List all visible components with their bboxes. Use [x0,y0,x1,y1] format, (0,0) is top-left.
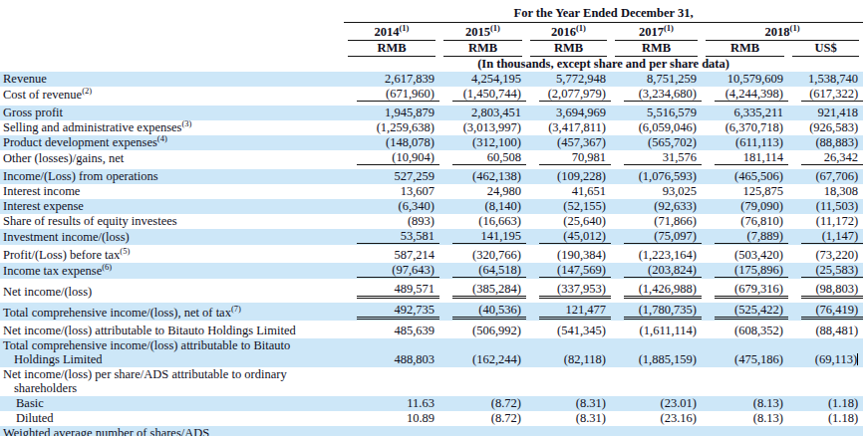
footnote-marker: (3) [181,117,191,127]
cell-value [788,426,863,436]
row-label: Profit/(Loss) before tax(5) [0,246,344,263]
row-label: Total comprehensive income/(loss) attrib… [0,338,344,367]
table-row: Income/(Loss) from operations527,259(462… [0,167,863,184]
table-title: For the Year Ended December 31, [344,6,863,23]
cell-value: (671,960) [344,87,439,105]
cell-value: 921,418 [788,104,863,120]
cell-value: 24,980 [439,184,526,199]
cell-value [344,426,439,436]
header-spacer [0,6,344,23]
cell-value: 5,516,579 [611,104,702,120]
header-spacer [0,57,344,72]
units-note: (In thousands, except share and per shar… [344,57,863,72]
year-header-2014: 2014(1) [344,23,439,41]
cell-value: (76,810) [702,214,788,229]
cell-value: 6,335,211 [702,104,788,120]
table-row: Profit/(Loss) before tax(5)587,214(320,7… [0,246,863,263]
cell-value: 527,259 [344,167,439,184]
cell-value: (8,140) [439,199,526,214]
cell-value: (1,450,744) [439,87,526,105]
cell-value: (465,506) [702,167,788,184]
footnote-marker: (1) [576,22,586,32]
row-label: Cost of revenue(2) [0,87,344,105]
table-row: Interest expense(6,340)(8,140)(52,155)(9… [0,199,863,214]
footnote-marker: (4) [157,132,167,142]
cell-value: (148,078) [344,135,439,150]
cell-value: (3,234,680) [611,87,702,105]
cell-value: (525,422) [702,301,788,322]
cell-value: (11,503) [788,199,863,214]
cell-value: 1,538,740 [788,72,863,87]
table-row: Gross profit1,945,8792,803,4513,694,9695… [0,104,863,120]
cell-value [702,367,788,396]
cell-value: (203,824) [611,263,702,281]
row-label: Investment income/(loss) [0,229,344,247]
currency-header-row: RMB RMB RMB RMB RMB US$ [0,41,863,57]
cell-value: (1.18) [788,411,863,426]
cell-value: 60,508 [439,150,526,168]
cell-value: (8.13) [702,396,788,411]
cell-value: (45,012) [526,229,611,247]
cell-value: (6,340) [344,199,439,214]
cell-value: (1,885,159) [611,338,702,367]
cell-value: (52,155) [526,199,611,214]
year-label: 2015 [465,25,490,39]
footnote-marker: (1) [664,22,674,32]
units-note-row: (In thousands, except share and per shar… [0,57,863,72]
cell-value [344,367,439,396]
cell-value: (8.72) [439,396,526,411]
text-cursor [857,353,858,365]
row-label: Income tax expense(6) [0,263,344,281]
currency-header: RMB [344,41,439,57]
year-header-2016: 2016(1) [526,23,611,41]
cell-value: (25,640) [526,214,611,229]
cell-value: (475,186) [702,338,788,367]
cell-value: 13,607 [344,184,439,199]
row-label: Interest income [0,184,344,199]
table-row: Diluted10.89(8.72)(8.31)(23.16)(8.13)(1.… [0,411,863,426]
cell-value: (25,583) [788,263,863,281]
cell-value: (1,223,164) [611,246,702,263]
cell-value: (1,076,593) [611,167,702,184]
cell-value: 70,981 [526,150,611,168]
row-label: Share of results of equity investees [0,214,344,229]
cell-value: 41,651 [526,184,611,199]
table-body: Revenue2,617,8394,254,1955,772,9488,751,… [0,72,863,436]
footnote-marker: (2) [82,85,92,95]
income-statement-table: For the Year Ended December 31, 2014(1) … [0,6,863,436]
cell-value: (3,417,811) [526,120,611,135]
row-label: Net income/(loss) [0,280,344,301]
cell-value: (69,113) [788,338,863,367]
row-label: Gross profit [0,104,344,120]
cell-value: 53,581 [344,229,439,247]
cell-value: 181,114 [702,150,788,168]
cell-value: 4,254,195 [439,72,526,87]
cell-value: (147,569) [526,263,611,281]
cell-value [611,426,702,436]
table-row: Net income/(loss) attributable to Bitaut… [0,322,863,338]
cell-value: (11,172) [788,214,863,229]
cell-value: (8.13) [702,411,788,426]
currency-header: RMB [702,41,788,57]
cell-value: 1,945,879 [344,104,439,120]
cell-value: 141,195 [439,229,526,247]
cell-value: (337,953) [526,280,611,301]
cell-value: 93,025 [611,184,702,199]
header-spacer [0,41,344,57]
cell-value: (8.72) [439,411,526,426]
currency-header: US$ [788,41,863,57]
cell-value: 3,694,969 [526,104,611,120]
table-row: Cost of revenue(2)(671,960)(1,450,744)(2… [0,87,863,105]
table-row: Net income/(loss)489,571(385,284)(337,95… [0,280,863,301]
row-label: Interest expense [0,199,344,214]
cell-value: (1.18) [788,396,863,411]
cell-value: (1,426,988) [611,280,702,301]
cell-value: (71,866) [611,214,702,229]
header-spacer [0,23,344,41]
cell-value: (617,322) [788,87,863,105]
cell-value: 2,803,451 [439,104,526,120]
row-label: Selling and administrative expenses(3) [0,120,344,135]
financial-statement-page: For the Year Ended December 31, 2014(1) … [0,0,868,436]
cell-value: (98,803) [788,280,863,301]
row-label: Basic [0,396,344,411]
